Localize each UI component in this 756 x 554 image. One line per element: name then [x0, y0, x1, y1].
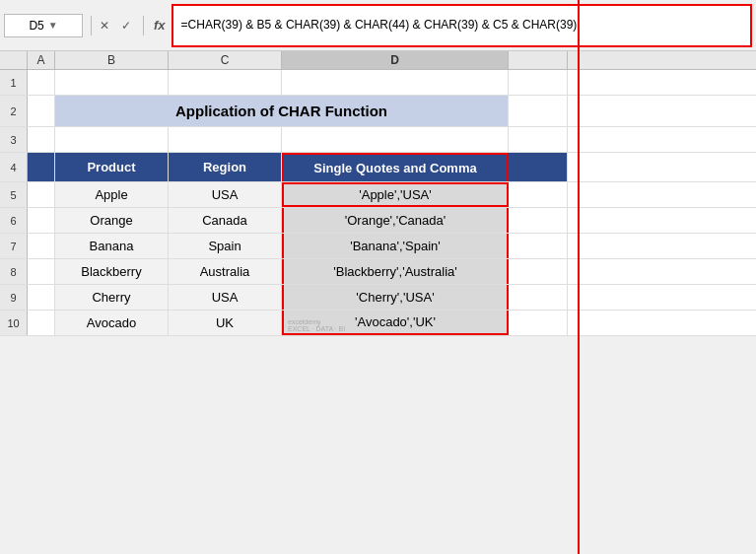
row-9: 9 Cherry USA 'Cherry','USA': [0, 285, 756, 311]
cell-b8[interactable]: Blackberry: [55, 259, 169, 284]
formula-bar: D5 ▼ ✕ ✓ fx =CHAR(39) & B5 & CHAR(39) & …: [0, 0, 756, 51]
row-7: 7 Banana Spain 'Banana','Spain': [0, 234, 756, 259]
cell-c5[interactable]: USA: [169, 182, 282, 207]
col-headers-row: A B C D: [0, 51, 756, 70]
cell-e5[interactable]: [509, 182, 568, 207]
header-region: Region: [203, 160, 246, 174]
cell-d9[interactable]: 'Cherry','USA': [282, 285, 509, 310]
cell-a7[interactable]: [28, 234, 55, 258]
row-6: 6 Orange Canada 'Orange','Canada': [0, 208, 756, 234]
row-num-8: 8: [0, 259, 28, 284]
row-2: 2 Application of CHAR Function: [0, 96, 756, 127]
cell-c10[interactable]: UK: [169, 311, 282, 335]
cell-b3[interactable]: [55, 127, 169, 152]
header-product: Product: [87, 160, 135, 174]
cell-d4[interactable]: Single Quotes and Comma: [282, 153, 509, 181]
col-header-a[interactable]: A: [28, 51, 55, 69]
cell-c1[interactable]: [169, 70, 282, 95]
cell-d8[interactable]: 'Blackberry','Australia': [282, 259, 509, 284]
cell-d7[interactable]: 'Banana','Spain': [282, 234, 509, 258]
cell-title[interactable]: Application of CHAR Function: [55, 96, 509, 126]
cell-e9[interactable]: [509, 285, 568, 310]
cell-e2[interactable]: [509, 96, 568, 126]
cell-a2[interactable]: [28, 96, 55, 126]
name-box[interactable]: D5 ▼: [4, 14, 83, 37]
cell-b9[interactable]: Cherry: [55, 285, 169, 310]
row-4: 4 Product Region Single Quotes and Comma: [0, 153, 756, 182]
cancel-icon[interactable]: ✕: [96, 17, 113, 35]
header-quotes: Single Quotes and Comma: [313, 161, 476, 175]
row-num-4: 4: [0, 153, 28, 181]
cell-d10[interactable]: exceldemyEXCEL · DATA · BI 'Avocado','UK…: [282, 311, 509, 335]
cell-c7[interactable]: Spain: [169, 234, 282, 258]
col-header-b[interactable]: B: [55, 51, 169, 69]
watermark: exceldemyEXCEL · DATA · BI: [288, 318, 345, 332]
row-num-9: 9: [0, 285, 28, 310]
cell-b5[interactable]: Apple: [55, 182, 169, 207]
row-num-6: 6: [0, 208, 28, 233]
cell-e3[interactable]: [509, 127, 568, 152]
cell-d3[interactable]: [282, 127, 509, 152]
cell-c3[interactable]: [169, 127, 282, 152]
col-header-e[interactable]: [509, 51, 568, 69]
row-5: 5 Apple USA 'Apple','USA': [0, 182, 756, 208]
title-text: Application of CHAR Function: [175, 103, 387, 119]
cell-e6[interactable]: [509, 208, 568, 233]
cell-c4[interactable]: Region: [169, 153, 282, 181]
cell-e1[interactable]: [509, 70, 568, 95]
row-3: 3: [0, 127, 756, 153]
name-box-value: D5: [29, 19, 43, 33]
cell-e4[interactable]: [509, 153, 568, 181]
cell-e10[interactable]: [509, 311, 568, 335]
fx-label: fx: [154, 18, 166, 33]
row-num-5: 5: [0, 182, 28, 207]
row-num-10: 10: [0, 311, 28, 335]
confirm-icon[interactable]: ✓: [117, 17, 135, 35]
spreadsheet: A B C D 1 2 Application of CHAR Function…: [0, 51, 756, 336]
cell-a10[interactable]: [28, 311, 55, 335]
cell-a4[interactable]: [28, 153, 55, 181]
row-num-3: 3: [0, 127, 28, 152]
row-1: 1: [0, 70, 756, 96]
col-header-c[interactable]: C: [169, 51, 282, 69]
cell-a9[interactable]: [28, 285, 55, 310]
row-8: 8 Blackberry Australia 'Blackberry','Aus…: [0, 259, 756, 285]
cell-b7[interactable]: Banana: [55, 234, 169, 258]
cell-b6[interactable]: Orange: [55, 208, 169, 233]
cell-b1[interactable]: [55, 70, 169, 95]
row-num-1: 1: [0, 70, 28, 95]
cell-a6[interactable]: [28, 208, 55, 233]
cell-e7[interactable]: [509, 234, 568, 258]
formula-text: =CHAR(39) & B5 & CHAR(39) & CHAR(44) & C…: [181, 17, 578, 34]
cell-a3[interactable]: [28, 127, 55, 152]
col-header-d[interactable]: D: [282, 51, 509, 69]
row-num-7: 7: [0, 234, 28, 258]
formula-icons: ✕ ✓: [96, 17, 135, 35]
cell-a8[interactable]: [28, 259, 55, 284]
row-10: 10 Avocado UK exceldemyEXCEL · DATA · BI…: [0, 311, 756, 336]
cell-c9[interactable]: USA: [169, 285, 282, 310]
cell-d6[interactable]: 'Orange','Canada': [282, 208, 509, 233]
cell-b10[interactable]: Avocado: [55, 311, 169, 335]
cell-d1[interactable]: [282, 70, 509, 95]
cell-c6[interactable]: Canada: [169, 208, 282, 233]
cell-a1[interactable]: [28, 70, 55, 95]
row-num-2: 2: [0, 96, 28, 126]
formula-input[interactable]: =CHAR(39) & B5 & CHAR(39) & CHAR(44) & C…: [172, 4, 752, 47]
cell-a5[interactable]: [28, 182, 55, 207]
cell-b4[interactable]: Product: [55, 153, 169, 181]
cell-e8[interactable]: [509, 259, 568, 284]
cell-d5[interactable]: 'Apple','USA': [282, 182, 509, 207]
cell-c8[interactable]: Australia: [169, 259, 282, 284]
corner-cell: [0, 51, 28, 69]
